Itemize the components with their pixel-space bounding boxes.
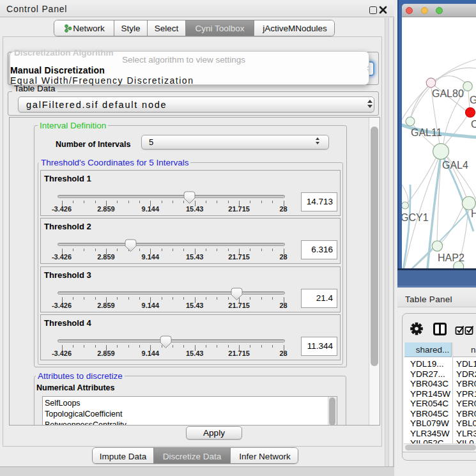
svg-text:GAL80: GAL80	[432, 88, 464, 99]
svg-text:HAP2: HAP2	[438, 252, 464, 263]
svg-text:GCY1: GCY1	[402, 212, 429, 223]
svg-text:G: G	[470, 95, 476, 105]
svg-text:GAL11: GAL11	[411, 127, 442, 138]
svg-text:H: H	[471, 208, 476, 219]
svg-text:GAL4: GAL4	[442, 160, 468, 171]
svg-text:C: C	[471, 119, 476, 130]
